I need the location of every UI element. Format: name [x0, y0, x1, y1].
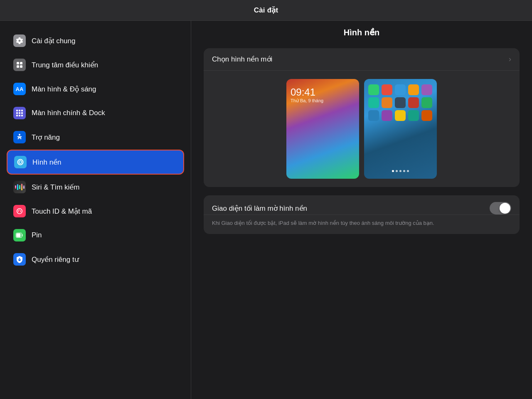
home-screen-icon: [13, 107, 26, 119]
lock-screen-preview: 09:41 Thứ Ba, 9 tháng: [286, 79, 359, 179]
sidebar-item-label-man-hinh-chinh: Màn hình chính & Dock: [32, 109, 105, 117]
siri-icon: [13, 181, 26, 193]
svg-rect-9: [21, 112, 23, 114]
app-icon-12: [382, 110, 392, 121]
detail-title: Hình nền: [344, 27, 379, 37]
sidebar-item-trung-tam[interactable]: Trung tâm điều khiển: [7, 53, 184, 76]
svg-rect-10: [16, 115, 18, 116]
app-icon-14: [408, 110, 419, 121]
sidebar-item-label-quyen-rieng-tu: Quyền riêng tư: [32, 255, 79, 264]
dark-mode-toggle[interactable]: [490, 202, 511, 214]
svg-rect-1: [20, 62, 22, 64]
sidebar-item-touch-id[interactable]: Touch ID & Mật mã: [7, 200, 184, 223]
top-bar-title: Cài đặt: [254, 6, 278, 15]
app-icon-10: [421, 97, 432, 108]
sidebar-item-label-man-hinh-do-sang: Màn hình & Độ sáng: [32, 85, 96, 94]
sidebar-item-man-hinh-chinh[interactable]: Màn hình chính & Dock: [7, 101, 184, 125]
home-screen-bg: [364, 79, 437, 179]
sidebar-item-man-hinh-do-sang[interactable]: AA Màn hình & Độ sáng: [7, 77, 184, 101]
svg-point-13: [19, 134, 20, 135]
home-dot-5: [407, 170, 409, 172]
touch-id-icon: [13, 205, 26, 217]
dark-mode-description: Khi Giao diện tối được bật, iPad sẽ làm …: [204, 215, 520, 234]
svg-rect-6: [21, 110, 23, 111]
svg-rect-15: [17, 234, 21, 237]
sidebar-item-cai-dat-chung[interactable]: Cài đặt chung: [7, 29, 184, 52]
app-icon-8: [395, 97, 406, 108]
detail-body: Chọn hình nền mới › 09:41 Thứ Ba, 9 thán…: [191, 44, 532, 246]
app-icon-3: [395, 84, 406, 95]
choose-wallpaper-label: Chọn hình nền mới: [212, 55, 272, 64]
privacy-icon: [13, 253, 26, 266]
dark-mode-label: Giao diện tối làm mờ hình nền: [212, 204, 307, 213]
app-icon-13: [395, 110, 406, 121]
top-bar: Cài đặt: [0, 0, 532, 21]
dark-mode-card: Giao diện tối làm mờ hình nền Khi Giao d…: [204, 195, 520, 234]
app-icon-15: [421, 110, 432, 121]
app-icon-1: [368, 84, 379, 95]
home-screen-icons: [366, 82, 435, 123]
svg-rect-11: [19, 115, 20, 116]
sidebar-item-tro-nang[interactable]: Trợ năng: [7, 126, 184, 149]
choose-wallpaper-card: Chọn hình nền mới › 09:41 Thứ Ba, 9 thán…: [204, 48, 520, 187]
app-icon-7: [382, 97, 392, 108]
display-icon: AA: [13, 83, 26, 95]
wallpaper-icon: [14, 156, 27, 168]
svg-rect-4: [16, 110, 18, 111]
sidebar-item-quyen-rieng-tu[interactable]: Quyền riêng tư: [7, 248, 184, 271]
sidebar-item-hinh-nen[interactable]: Hình nền: [7, 150, 184, 175]
app-icon-4: [408, 84, 419, 95]
control-center-icon: [13, 59, 26, 71]
sidebar-item-label-touch-id: Touch ID & Mật mã: [32, 207, 92, 216]
sidebar-item-siri[interactable]: Siri & Tìm kiếm: [7, 175, 184, 199]
svg-rect-12: [21, 115, 23, 116]
svg-rect-2: [17, 65, 19, 68]
app-icon-6: [368, 97, 379, 108]
svg-rect-8: [19, 112, 20, 114]
gear-icon: [13, 34, 26, 47]
app-icon-11: [368, 110, 379, 121]
home-dot-1: [392, 170, 394, 172]
home-dot-2: [396, 170, 398, 172]
home-dot-4: [403, 170, 405, 172]
app-icon-2: [382, 84, 392, 95]
lock-date: Thứ Ba, 9 tháng: [291, 98, 355, 103]
home-dots: [366, 170, 435, 175]
choose-wallpaper-row[interactable]: Chọn hình nền mới ›: [204, 48, 520, 71]
sidebar-item-label-tro-nang: Trợ năng: [32, 133, 60, 142]
sidebar-item-pin[interactable]: Pin: [7, 224, 184, 247]
sidebar-item-label-trung-tam: Trung tâm điều khiển: [32, 61, 98, 69]
sidebar: Cài đặt chung Trung tâm điều khiển AA Mà…: [0, 21, 191, 399]
chevron-right-icon: ›: [509, 55, 511, 64]
svg-rect-0: [17, 62, 19, 64]
app-icon-5: [421, 84, 432, 95]
svg-rect-5: [19, 110, 20, 111]
lock-screen-bg: 09:41 Thứ Ba, 9 tháng: [286, 79, 359, 179]
svg-rect-7: [16, 112, 18, 114]
sidebar-item-label-pin: Pin: [32, 231, 42, 239]
main-content: Cài đặt chung Trung tâm điều khiển AA Mà…: [0, 21, 532, 399]
sidebar-item-label-hinh-nen: Hình nền: [32, 158, 62, 167]
home-dot-3: [399, 170, 401, 172]
toggle-row-top: Giao diện tối làm mờ hình nền: [212, 202, 511, 214]
home-screen-preview: [364, 79, 437, 179]
sidebar-item-label-siri: Siri & Tìm kiếm: [32, 183, 79, 192]
accessibility-icon: [13, 131, 26, 143]
battery-icon: [13, 229, 26, 241]
sidebar-item-label-cai-dat-chung: Cài đặt chung: [32, 37, 75, 45]
app-icon-9: [408, 97, 419, 108]
detail-panel: Hình nền Chọn hình nền mới › 09:41 Thứ B…: [191, 21, 532, 399]
svg-rect-3: [20, 65, 22, 68]
dark-mode-row: Giao diện tối làm mờ hình nền: [204, 195, 520, 215]
toggle-knob: [500, 203, 510, 214]
detail-header: Hình nền: [191, 21, 532, 44]
lock-time: 09:41: [291, 86, 355, 98]
wallpaper-preview: 09:41 Thứ Ba, 9 tháng: [204, 71, 520, 187]
